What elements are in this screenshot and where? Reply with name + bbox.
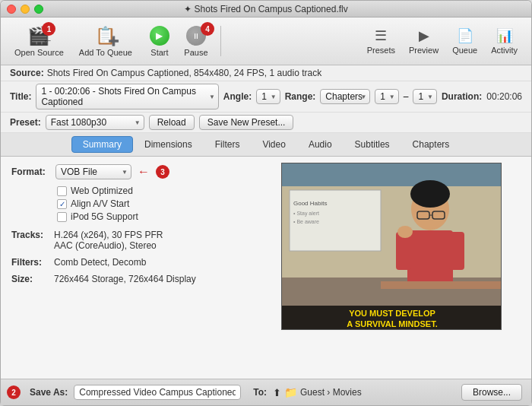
folder-icon: 📁 (284, 386, 297, 398)
open-source-button[interactable]: 1 🎬 ← Open Source (8, 22, 70, 60)
svg-text:• Be aware: • Be aware (293, 219, 319, 224)
activity-button[interactable]: 📊 Activity (485, 25, 524, 57)
preset-row: Preset: Fast 1080p30 Reload Save New Pre… (1, 113, 531, 133)
presets-icon: ☰ (375, 27, 387, 44)
play-icon: ▶ (150, 26, 169, 46)
toolbar-right: ☰ Presets ▶ Preview 📄 Queue 📊 Activity (361, 25, 524, 57)
svg-point-8 (410, 180, 450, 208)
toolbar-separator (220, 26, 221, 56)
align-av-row[interactable]: ✓ Align A/V Start (57, 198, 241, 209)
right-panel: Good Habits • Stay alert • Be aware (252, 157, 531, 379)
ipod-support-checkbox[interactable] (57, 212, 67, 222)
minimize-button[interactable] (21, 5, 30, 14)
range-start-select[interactable]: 1 (375, 89, 398, 104)
start-icon-area: ▶ (147, 25, 172, 46)
main-content: Format: VOB File ← 3 Web Optimized ✓ Ali… (1, 157, 531, 379)
start-label: Start (150, 48, 168, 57)
tracks-value: H.264 (x264), 30 FPS PFR AAC (CoreAudio)… (54, 230, 163, 251)
source-row: Source: Shots Fired On Campus Captioned,… (1, 65, 531, 81)
add-queue-icon-area: 📋 ➕ (93, 25, 118, 46)
pause-label: Pause (184, 48, 207, 57)
size-label: Size: (11, 274, 51, 284)
tab-dimensions[interactable]: Dimensions (133, 136, 204, 153)
format-arrow-icon: ← (138, 165, 150, 179)
tab-video[interactable]: Video (251, 136, 296, 153)
titlebar: ✦ Shots Fired On Campus Captioned.flv (1, 1, 531, 17)
tab-audio[interactable]: Audio (297, 136, 344, 153)
web-optimized-row[interactable]: Web Optimized (57, 186, 241, 196)
add-to-queue-button[interactable]: 📋 ➕ Add To Queue (73, 22, 138, 60)
size-section: Size: 726x464 Storage, 726x464 Display (11, 274, 241, 284)
source-value: Shots Fired On Campus Captioned, 854x480… (47, 68, 322, 78)
preview-button[interactable]: ▶ Preview (403, 25, 445, 57)
close-button[interactable] (7, 5, 16, 14)
angle-select[interactable]: 1 (256, 89, 280, 104)
preview-icon: ▶ (419, 27, 429, 44)
pause-button[interactable]: 4 ⏸ Pause (178, 22, 214, 60)
tab-filters[interactable]: Filters (204, 136, 252, 153)
size-value: 726x464 Storage, 726x464 Display (54, 274, 196, 284)
tab-summary[interactable]: Summary (71, 136, 133, 153)
range-label: Range: (285, 91, 316, 102)
web-optimized-label: Web Optimized (71, 186, 133, 196)
destination-path[interactable]: ⬆ 📁 Guest › Movies (273, 386, 362, 398)
ipod-support-label: iPod 5G Support (71, 211, 138, 222)
svg-rect-14 (449, 232, 464, 270)
add-to-queue-label: Add To Queue (79, 48, 132, 57)
align-av-checkbox[interactable]: ✓ (57, 199, 67, 209)
activity-label: Activity (491, 46, 518, 55)
preset-select[interactable]: Fast 1080p30 (46, 115, 144, 130)
reload-button[interactable]: Reload (149, 115, 195, 130)
filters-section: Filters: Comb Detect, Decomb (11, 257, 241, 268)
title-select[interactable]: 1 - 00:20:06 - Shots Fired On Campus Cap… (36, 84, 218, 109)
duration-value: 00:20:06 (486, 91, 522, 102)
range-dash: – (404, 91, 409, 102)
open-source-label: Open Source (14, 48, 64, 57)
path-text: Guest › Movies (300, 387, 362, 398)
presets-button[interactable]: ☰ Presets (361, 25, 401, 57)
video-scene-svg: Good Habits • Stay alert • Be aware (282, 163, 502, 330)
range-type-select[interactable]: Chapters (320, 89, 370, 104)
format-row: Format: VOB File ← 3 (11, 164, 241, 179)
web-optimized-checkbox[interactable] (57, 186, 67, 196)
queue-button[interactable]: 📄 Queue (446, 25, 483, 57)
filters-label: Filters: (11, 257, 51, 268)
queue-icon: 📄 (457, 27, 473, 44)
to-label: To: (253, 387, 267, 398)
window-title: ✦ Shots Fired On Campus Captioned.flv (184, 4, 347, 14)
save-new-preset-button[interactable]: Save New Preset... (199, 115, 294, 130)
tracks-label: Tracks: (11, 230, 51, 240)
range-end-select[interactable]: 1 (413, 89, 436, 104)
start-button[interactable]: ▶ Start (141, 22, 178, 60)
activity-icon: 📊 (496, 27, 513, 44)
badge-2: 2 (7, 385, 21, 399)
ipod-support-row[interactable]: iPod 5G Support (57, 211, 241, 222)
maximize-button[interactable] (34, 5, 43, 14)
presets-label: Presets (367, 46, 395, 55)
preset-label: Preset: (10, 117, 41, 128)
source-label: Source: (10, 68, 44, 78)
save-as-input[interactable] (74, 385, 241, 400)
svg-text:YOU MUST DEVELOP: YOU MUST DEVELOP (349, 309, 435, 318)
svg-rect-12 (407, 230, 453, 284)
tab-chapters[interactable]: Chapters (401, 136, 461, 153)
open-source-icon-area: 1 🎬 ← (27, 25, 51, 46)
format-select[interactable]: VOB File (55, 164, 131, 179)
plus-icon: ➕ (108, 36, 119, 46)
format-label: Format: (11, 167, 49, 177)
angle-label: Angle: (223, 91, 252, 102)
upload-icon: ⬆ (273, 387, 281, 398)
preview-label: Preview (409, 46, 439, 55)
badge-3: 3 (156, 165, 169, 179)
duration-label: Duration: (442, 91, 482, 102)
svg-point-15 (397, 226, 413, 238)
app-window: ✦ Shots Fired On Campus Captioned.flv 1 … (0, 0, 532, 406)
align-av-label: Align A/V Start (71, 198, 129, 209)
checkboxes: Web Optimized ✓ Align A/V Start iPod 5G … (57, 186, 241, 222)
tab-subtitles[interactable]: Subtitles (344, 136, 401, 153)
arrow-left-icon: ← (42, 34, 52, 46)
browse-button[interactable]: Browse... (461, 384, 522, 401)
bottom-bar: 2 Save As: To: ⬆ 📁 Guest › Movies Browse… (1, 379, 531, 405)
tracks-section: Tracks: H.264 (x264), 30 FPS PFR AAC (Co… (11, 230, 241, 251)
badge-4: 4 (201, 22, 214, 36)
